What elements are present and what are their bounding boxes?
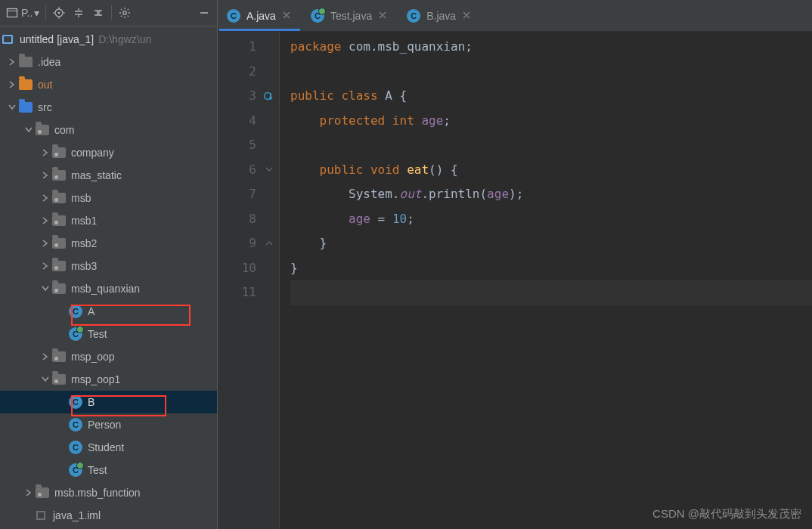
tree-node-msb-function[interactable]: msb.msb_function	[0, 481, 217, 504]
tree-label: mas_static	[71, 169, 122, 181]
folder-icon	[18, 54, 33, 70]
close-tab-button[interactable]	[378, 10, 390, 22]
tree-label: msb.msb_function	[54, 487, 141, 499]
line-number: 6	[218, 158, 279, 183]
svg-rect-0	[8, 9, 17, 17]
tree-node-company[interactable]: company	[0, 141, 217, 164]
tree-node-mas-static[interactable]: mas_static	[0, 164, 217, 187]
line-number: 11	[218, 280, 279, 305]
tab-label: A.java	[246, 10, 276, 22]
class-icon: C	[68, 304, 83, 319]
chevron-right-icon[interactable]	[39, 192, 51, 204]
folder-icon	[18, 100, 33, 115]
package-icon	[35, 122, 50, 138]
tree-label: msb2	[71, 237, 97, 249]
tab-b-java[interactable]: C B.java	[398, 0, 482, 31]
tree-node-msb1[interactable]: msb1	[0, 209, 217, 232]
fold-icon[interactable]	[262, 163, 276, 177]
chevron-right-icon[interactable]	[6, 79, 18, 91]
chevron-right-icon[interactable]	[39, 237, 51, 249]
tree-node-msb2[interactable]: msb2	[0, 232, 217, 255]
class-icon: C	[407, 9, 420, 23]
expand-all-button[interactable]	[69, 3, 88, 23]
chevron-right-icon[interactable]	[39, 260, 51, 272]
code-editor[interactable]: 1 2 3 4 5 6 7 8 9 10 11	[218, 32, 812, 529]
tree-node-class-b[interactable]: C B	[0, 391, 217, 413]
project-view-selector[interactable]: P.. ▾	[3, 3, 42, 23]
tree-label: B	[88, 396, 95, 408]
tree-node-msb[interactable]: msb	[0, 187, 217, 209]
tree-node-idea[interactable]: .idea	[0, 51, 217, 73]
chevron-down-icon[interactable]	[39, 373, 51, 385]
chevron-down-icon[interactable]	[6, 101, 18, 113]
tree-label: msb1	[71, 215, 97, 227]
folder-icon	[18, 77, 33, 92]
close-tab-button[interactable]	[282, 10, 294, 22]
code-area[interactable]: package com.msb_quanxian; public class A…	[280, 32, 812, 529]
chevron-right-icon[interactable]	[39, 215, 51, 227]
tab-test-java[interactable]: C Test.java	[302, 0, 398, 31]
tree-node-msb-quanxian[interactable]: msb_quanxian	[0, 277, 217, 300]
tree-node-src[interactable]: src	[0, 96, 217, 119]
collapse-all-button[interactable]	[88, 3, 108, 23]
chevron-right-icon[interactable]	[6, 56, 18, 68]
tab-a-java[interactable]: C A.java	[218, 0, 302, 31]
project-toolbar: P.. ▾	[0, 0, 217, 26]
tree-label: src	[38, 101, 52, 113]
package-icon	[51, 236, 67, 251]
tree-node-iml[interactable]: java_1.iml	[0, 504, 217, 527]
project-tree[interactable]: untitled [java_1] D:\hgwz\un .idea out s…	[0, 26, 217, 529]
project-view-label: P..	[21, 7, 33, 19]
locate-file-button[interactable]	[49, 3, 69, 23]
tree-node-msp-oop1[interactable]: msp_oop1	[0, 368, 217, 391]
package-icon	[51, 213, 67, 228]
tree-node-class-student[interactable]: C Student	[0, 436, 217, 459]
line-number: 1	[218, 35, 279, 60]
tree-label: out	[38, 79, 52, 91]
line-number: 5	[218, 133, 279, 158]
module-icon	[33, 508, 48, 523]
chevron-down-icon[interactable]	[39, 283, 51, 295]
gear-icon	[119, 7, 131, 19]
chevron-right-icon[interactable]	[23, 487, 35, 499]
package-icon	[51, 372, 67, 387]
tree-root[interactable]: untitled [java_1] D:\hgwz\un	[0, 28, 217, 51]
editor-panel: C A.java C Test.java C B.java 1 2 3	[218, 0, 812, 529]
tree-node-class-a[interactable]: C A	[0, 300, 217, 323]
tree-node-out[interactable]: out	[0, 73, 217, 96]
tree-node-class-test2[interactable]: C Test	[0, 459, 217, 481]
svg-rect-13	[38, 512, 44, 518]
tree-label: com	[54, 124, 74, 136]
line-number: 10	[218, 256, 279, 281]
root-qualifier: [java_1]	[57, 33, 94, 45]
hide-panel-button[interactable]	[194, 3, 214, 23]
tree-node-msb3[interactable]: msb3	[0, 255, 217, 277]
tree-label: msb3	[71, 260, 97, 272]
line-number: 9	[218, 231, 279, 256]
overrides-icon[interactable]	[262, 89, 276, 103]
tree-node-com[interactable]: com	[0, 119, 217, 141]
runnable-class-icon: C	[68, 462, 83, 478]
tree-label: Student	[88, 441, 124, 453]
tree-node-msp-oop[interactable]: msp_oop	[0, 345, 217, 368]
svg-rect-11	[4, 36, 11, 42]
tree-node-class-test1[interactable]: C Test	[0, 323, 217, 345]
fold-end-icon[interactable]	[262, 237, 276, 250]
chevron-right-icon[interactable]	[39, 169, 51, 181]
chevron-down-icon[interactable]	[23, 124, 35, 136]
svg-point-8	[123, 11, 126, 14]
chevron-right-icon[interactable]	[39, 351, 51, 363]
tree-label: A	[88, 305, 95, 317]
tree-node-class-person[interactable]: C Person	[0, 413, 217, 436]
close-tab-button[interactable]	[462, 10, 474, 22]
settings-button[interactable]	[115, 3, 135, 23]
tree-label: msp_oop1	[71, 373, 120, 385]
svg-point-3	[58, 12, 60, 14]
tree-label: msb	[71, 192, 91, 204]
line-number: 4	[218, 109, 279, 134]
package-icon	[51, 168, 67, 183]
chevron-right-icon[interactable]	[39, 147, 51, 159]
tree-label: Test	[88, 464, 107, 476]
window-icon	[6, 7, 18, 19]
tree-label: Person	[88, 419, 121, 431]
